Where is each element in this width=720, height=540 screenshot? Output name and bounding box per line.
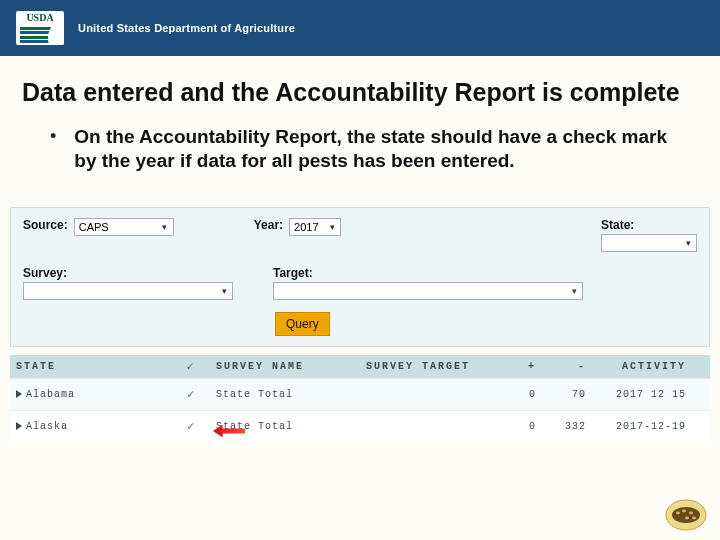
target-select[interactable]: ▾ bbox=[273, 282, 583, 300]
cell-minus: 332 bbox=[536, 421, 586, 432]
target-label: Target: bbox=[273, 266, 583, 280]
chevron-down-icon: ▾ bbox=[682, 237, 694, 249]
cell-minus: 70 bbox=[536, 389, 586, 400]
results-table: STATE ✓ SURVEY NAME SURVEY TARGET + - AC… bbox=[10, 355, 710, 442]
state-label: State: bbox=[601, 218, 634, 232]
cell-activity: 2017 12 15 bbox=[586, 389, 686, 400]
source-select[interactable]: CAPS ▾ bbox=[74, 218, 174, 236]
cell-state: Alaska bbox=[26, 421, 68, 432]
svg-point-5 bbox=[689, 512, 693, 515]
survey-select[interactable]: ▾ bbox=[23, 282, 233, 300]
svg-point-7 bbox=[692, 517, 696, 520]
cell-check: ✓ bbox=[166, 387, 216, 402]
svg-point-4 bbox=[682, 510, 686, 513]
cell-state: Alabama bbox=[26, 389, 75, 400]
expand-icon[interactable] bbox=[16, 422, 22, 430]
expand-icon[interactable] bbox=[16, 390, 22, 398]
source-label: Source: bbox=[23, 218, 68, 232]
chevron-down-icon: ▾ bbox=[326, 221, 338, 233]
table-row[interactable]: Alaska ✓ State Total 0 332 2017-12-19 bbox=[10, 410, 710, 442]
col-plus[interactable]: + bbox=[496, 361, 536, 372]
usda-header: USDA United States Department of Agricul… bbox=[0, 0, 720, 56]
pest-icon bbox=[664, 498, 708, 532]
cell-plus: 0 bbox=[496, 421, 536, 432]
svg-point-2 bbox=[672, 507, 700, 523]
cell-activity: 2017-12-19 bbox=[586, 421, 686, 432]
state-select[interactable]: ▾ bbox=[601, 234, 697, 252]
col-check[interactable]: ✓ bbox=[166, 359, 216, 374]
source-value: CAPS bbox=[79, 221, 109, 233]
col-activity[interactable]: ACTIVITY bbox=[586, 361, 686, 372]
year-select[interactable]: 2017 ▾ bbox=[289, 218, 341, 236]
bullet-item: • On the Accountability Report, the stat… bbox=[50, 125, 680, 173]
chevron-down-icon: ▾ bbox=[159, 221, 171, 233]
year-value: 2017 bbox=[294, 221, 318, 233]
cell-name: State Total bbox=[216, 421, 366, 432]
usda-logo-text: USDA bbox=[16, 12, 64, 23]
dept-name: United States Department of Agriculture bbox=[78, 22, 295, 34]
usda-logo: USDA bbox=[16, 11, 64, 45]
year-label: Year: bbox=[254, 218, 283, 232]
table-row[interactable]: Alabama ✓ State Total 0 70 2017 12 15 bbox=[10, 378, 710, 410]
query-button[interactable]: Query bbox=[275, 312, 330, 336]
survey-label: Survey: bbox=[23, 266, 233, 280]
col-minus[interactable]: - bbox=[536, 361, 586, 372]
chevron-down-icon: ▾ bbox=[568, 285, 580, 297]
table-header-row: STATE ✓ SURVEY NAME SURVEY TARGET + - AC… bbox=[10, 355, 710, 378]
col-survey-name[interactable]: SURVEY NAME bbox=[216, 361, 366, 372]
filter-panel: Source: CAPS ▾ Year: 2017 ▾ State: ▾ Sur… bbox=[10, 207, 710, 347]
page-title: Data entered and the Accountability Repo… bbox=[22, 78, 700, 107]
col-state[interactable]: STATE bbox=[16, 361, 166, 372]
cell-check: ✓ bbox=[166, 419, 216, 434]
chevron-down-icon: ▾ bbox=[218, 285, 230, 297]
col-survey-target[interactable]: SURVEY TARGET bbox=[366, 361, 496, 372]
svg-point-6 bbox=[685, 517, 689, 520]
cell-name: State Total bbox=[216, 389, 366, 400]
cell-plus: 0 bbox=[496, 389, 536, 400]
svg-point-3 bbox=[676, 512, 680, 515]
bullet-text: On the Accountability Report, the state … bbox=[74, 125, 680, 173]
bullet-marker: • bbox=[50, 125, 56, 173]
